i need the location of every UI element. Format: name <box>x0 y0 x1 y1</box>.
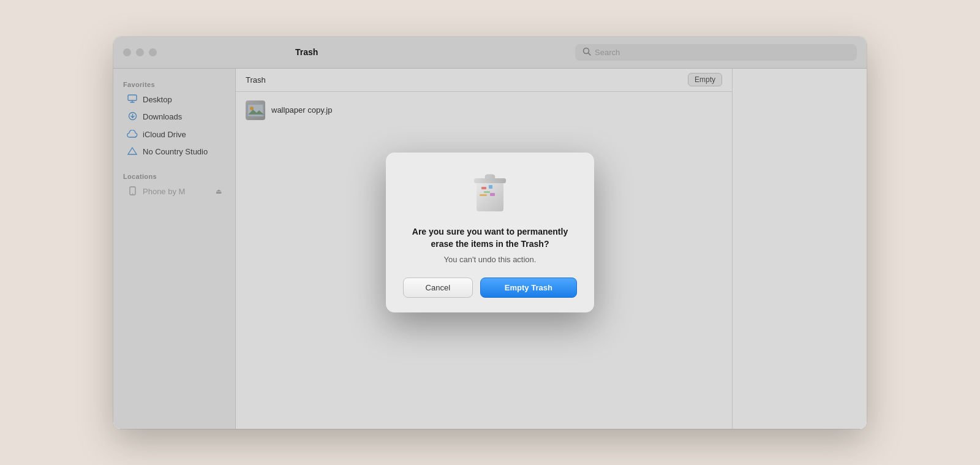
empty-trash-button[interactable]: Empty Trash <box>480 278 577 298</box>
svg-rect-15 <box>489 185 492 189</box>
cancel-button[interactable]: Cancel <box>403 278 473 298</box>
svg-rect-17 <box>480 194 487 196</box>
modal-dialog: Are you sure you want to permanently era… <box>386 153 594 312</box>
modal-buttons: Cancel Empty Trash <box>403 278 577 298</box>
svg-rect-16 <box>484 191 490 193</box>
svg-rect-20 <box>485 175 495 180</box>
trash-icon-container <box>470 170 510 216</box>
modal-overlay: Are you sure you want to permanently era… <box>113 37 867 429</box>
trash-icon <box>470 170 510 214</box>
svg-rect-18 <box>490 193 495 196</box>
finder-window: Trash Search Favorites <box>113 37 867 429</box>
svg-rect-14 <box>481 187 486 189</box>
modal-subtitle: You can't undo this action. <box>444 255 537 264</box>
modal-title: Are you sure you want to permanently era… <box>403 226 577 250</box>
